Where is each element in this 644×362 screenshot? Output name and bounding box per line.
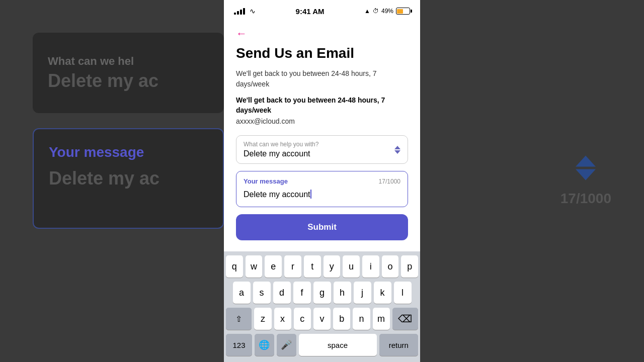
return-key[interactable]: return <box>379 334 419 356</box>
key-j[interactable]: j <box>354 282 371 304</box>
num-key[interactable]: 123 <box>226 334 252 356</box>
key-g[interactable]: g <box>313 282 331 304</box>
phone-container: ∿ 9:41 AM ▲ ⏱ 49% ← Send Us an Email We'… <box>224 0 420 362</box>
bg-card-bottom: Your message Delete my ac <box>33 128 224 229</box>
space-key[interactable]: space <box>299 334 377 356</box>
status-time: 9:41 AM <box>296 7 325 16</box>
key-v[interactable]: v <box>313 308 331 330</box>
key-h[interactable]: h <box>334 282 351 304</box>
shift-key[interactable]: ⇧ <box>226 308 252 330</box>
battery-pct: 49% <box>381 8 393 15</box>
bg-arrow-down-icon <box>576 169 596 180</box>
dropdown-value: Delete my account <box>244 149 400 158</box>
keyboard-row-4: 123 🌐 🎤 space return <box>226 334 418 356</box>
key-z[interactable]: z <box>254 308 271 330</box>
key-q[interactable]: q <box>226 255 243 278</box>
dd-arrow-down <box>394 150 400 154</box>
keyboard-row-1: q w e r t y u i o p <box>226 255 418 278</box>
keyboard: q w e r t y u i o p a s d f g h j k l ⇧ … <box>224 251 420 362</box>
message-box[interactable]: Your message 17/1000 Delete my account <box>236 171 408 207</box>
topic-dropdown[interactable]: What can we help you with? Delete my acc… <box>236 135 408 164</box>
back-button[interactable]: ← <box>236 22 408 45</box>
signal-bar-2 <box>237 11 239 15</box>
bg-right-panel: 17/1000 <box>560 156 611 207</box>
description-email: axxxx@icloud.com <box>236 117 408 125</box>
signal-bar-1 <box>234 13 236 15</box>
key-w[interactable]: w <box>246 255 263 278</box>
text-cursor <box>310 190 311 199</box>
key-x[interactable]: x <box>274 308 291 330</box>
submit-label: Submit <box>307 222 337 232</box>
dropdown-arrow-icon <box>394 146 400 154</box>
bg-arrows <box>576 156 596 180</box>
key-a[interactable]: a <box>233 282 251 304</box>
key-e[interactable]: e <box>265 255 282 278</box>
key-p[interactable]: p <box>401 255 418 278</box>
message-header: Your message 17/1000 <box>244 177 400 185</box>
status-bar: ∿ 9:41 AM ▲ ⏱ 49% <box>224 0 420 22</box>
bg-arrow-up-icon <box>576 156 596 167</box>
key-n[interactable]: n <box>353 308 370 330</box>
key-y[interactable]: y <box>324 255 341 278</box>
message-count: 17/1000 <box>379 178 400 185</box>
bg-bottom-text: Delete my ac <box>49 168 208 189</box>
description-1: We'll get back to you between 24-48 hour… <box>236 68 408 89</box>
key-b[interactable]: b <box>333 308 350 330</box>
key-u[interactable]: u <box>343 255 360 278</box>
dd-arrow-up <box>394 146 400 149</box>
description-2: We'll get back to you between 24-48 hour… <box>236 96 408 115</box>
globe-key[interactable]: 🌐 <box>255 334 274 356</box>
key-i[interactable]: i <box>362 255 379 278</box>
message-text[interactable]: Delete my account <box>244 189 400 200</box>
bg-top-line2: Delete my ac <box>48 70 209 92</box>
key-k[interactable]: k <box>374 282 391 304</box>
key-o[interactable]: o <box>382 255 399 278</box>
key-f[interactable]: f <box>293 282 311 304</box>
message-content: Delete my account <box>244 190 310 199</box>
signal-bar-3 <box>240 10 242 15</box>
bg-left-panel: What can we hel Delete my ac Your messag… <box>33 33 224 329</box>
key-s[interactable]: s <box>253 282 271 304</box>
key-r[interactable]: r <box>284 255 301 278</box>
keyboard-row-3: ⇧ z x c v b n m ⌫ <box>226 308 418 330</box>
bg-bottom-label: Your message <box>49 144 208 160</box>
bg-top-line1: What can we hel <box>48 55 209 68</box>
page-content: ← Send Us an Email We'll get back to you… <box>224 22 420 251</box>
key-d[interactable]: d <box>273 282 291 304</box>
signal-bars <box>234 8 245 15</box>
key-l[interactable]: l <box>394 282 412 304</box>
delete-key[interactable]: ⌫ <box>392 308 418 330</box>
key-t[interactable]: t <box>304 255 321 278</box>
alarm-icon: ⏱ <box>373 8 379 15</box>
signal-bar-4 <box>243 8 245 15</box>
dropdown-label: What can we help you with? <box>244 141 400 148</box>
battery-icon <box>396 8 410 15</box>
status-right: ▲ ⏱ 49% <box>364 8 410 15</box>
status-left: ∿ <box>234 7 256 15</box>
mic-key[interactable]: 🎤 <box>277 334 296 356</box>
keyboard-row-2: a s d f g h j k l <box>226 282 418 304</box>
wifi-icon: ∿ <box>250 7 256 15</box>
submit-button[interactable]: Submit <box>236 214 408 240</box>
battery-fill <box>397 9 403 14</box>
key-m[interactable]: m <box>373 308 390 330</box>
message-label: Your message <box>244 177 288 185</box>
back-arrow-icon: ← <box>236 27 247 40</box>
battery-container <box>396 8 410 15</box>
key-c[interactable]: c <box>294 308 311 330</box>
page-title: Send Us an Email <box>236 45 408 61</box>
bg-card-top: What can we hel Delete my ac <box>33 33 224 113</box>
bg-count: 17/1000 <box>560 191 611 207</box>
location-icon: ▲ <box>364 8 370 15</box>
